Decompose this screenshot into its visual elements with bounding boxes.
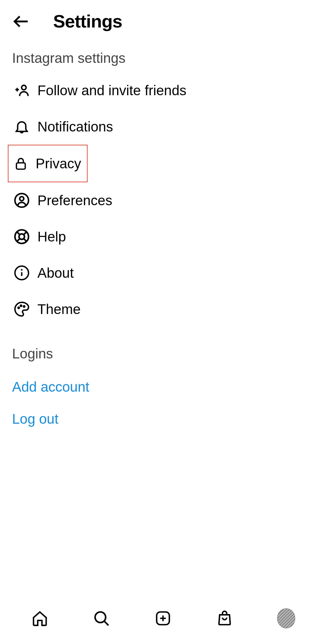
add-user-icon (13, 82, 30, 99)
svg-point-17 (21, 305, 22, 307)
svg-line-11 (17, 238, 20, 241)
svg-line-20 (104, 621, 108, 625)
plus-square-icon (155, 610, 171, 627)
add-account-link[interactable]: Add account (0, 371, 326, 403)
nav-create[interactable] (154, 609, 172, 627)
home-icon (31, 610, 48, 627)
svg-point-15 (21, 269, 22, 270)
menu-item-notifications[interactable]: Notifications (0, 108, 326, 145)
menu-label-theme: Theme (37, 301, 81, 317)
menu-label-notifications: Notifications (37, 118, 113, 135)
header: Settings (0, 0, 326, 38)
nav-shop[interactable] (216, 609, 234, 627)
svg-point-8 (19, 234, 24, 239)
menu-label-about: About (37, 265, 74, 281)
menu-label-preferences: Preferences (37, 192, 112, 209)
lock-icon (13, 155, 28, 172)
back-button[interactable] (12, 12, 30, 31)
svg-line-10 (24, 232, 26, 235)
svg-point-18 (24, 306, 25, 307)
svg-point-1 (22, 85, 26, 90)
svg-rect-4 (16, 163, 25, 169)
nav-profile[interactable] (277, 609, 295, 627)
menu-item-preferences[interactable]: Preferences (0, 182, 326, 218)
palette-icon (13, 301, 30, 318)
logins-section: Logins Add account Log out (0, 327, 326, 435)
svg-line-9 (17, 232, 20, 235)
svg-point-16 (18, 307, 20, 309)
nav-home[interactable] (31, 609, 49, 627)
page-title: Settings (53, 11, 122, 32)
shopping-bag-icon (216, 610, 233, 627)
settings-menu: Follow and invite friends Notifications … (0, 72, 326, 327)
avatar-icon (277, 608, 295, 628)
log-out-link[interactable]: Log out (0, 403, 326, 435)
user-circle-icon (13, 192, 30, 209)
menu-label-help: Help (37, 228, 66, 245)
bottom-navigation (0, 605, 326, 644)
search-icon (93, 610, 110, 627)
menu-item-about[interactable]: About (0, 255, 326, 291)
menu-item-theme[interactable]: Theme (0, 291, 326, 327)
bell-icon (13, 118, 30, 135)
svg-point-6 (20, 197, 24, 201)
logins-label: Logins (0, 339, 326, 371)
help-icon (13, 228, 30, 245)
arrow-left-icon (12, 13, 30, 30)
svg-line-12 (24, 238, 26, 241)
menu-label-privacy: Privacy (36, 155, 81, 172)
menu-label-follow: Follow and invite friends (37, 82, 186, 99)
info-icon (13, 264, 30, 281)
menu-item-help[interactable]: Help (0, 218, 326, 255)
menu-item-privacy[interactable]: Privacy (8, 145, 88, 182)
instagram-settings-label: Instagram settings (0, 38, 326, 72)
nav-search[interactable] (92, 609, 110, 627)
menu-item-follow-invite[interactable]: Follow and invite friends (0, 72, 326, 108)
svg-point-19 (95, 612, 106, 623)
